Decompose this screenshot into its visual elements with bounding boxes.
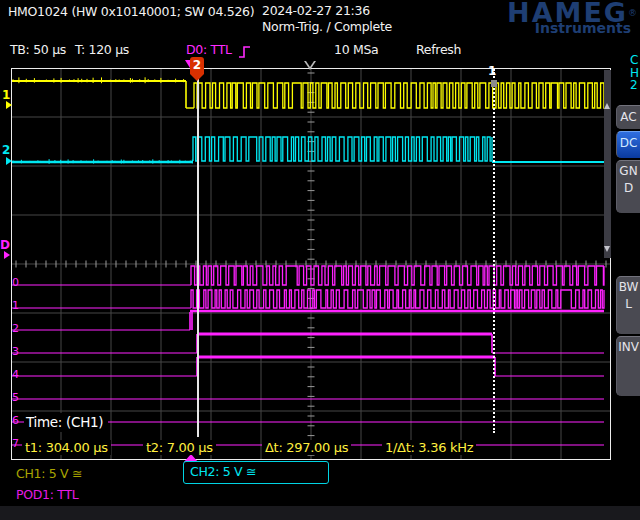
digital-label-d1: 1 — [12, 299, 19, 312]
pod-position-marker[interactable]: D — [0, 238, 10, 252]
ch2-scale-box[interactable]: CH2: 5 V ≅ — [183, 461, 329, 484]
measurement-t2: t2: 7.00 µs — [143, 440, 216, 455]
ch2-marker-arrow-icon — [6, 157, 12, 165]
ch1-ground-marker[interactable]: 1 — [2, 88, 10, 102]
cursor1-label: 1 — [488, 64, 496, 78]
rising-edge-icon — [238, 45, 251, 59]
coupling-gnd-button[interactable]: GND — [616, 160, 640, 213]
digital-label-d0: 0 — [12, 276, 19, 289]
coupling-ac-button[interactable]: AC — [616, 105, 640, 129]
cursor2-handle[interactable]: 2 — [190, 57, 204, 74]
scroll-up-icon[interactable] — [604, 103, 610, 109]
scroll-down-icon[interactable] — [604, 246, 610, 252]
measurement-inv-dt: 1/Δt: 3.36 kHz — [382, 440, 476, 455]
ch2-marker-label: 2 — [2, 143, 10, 157]
digital-label-d7: 7 — [12, 437, 19, 450]
sidebar-channel-label: CH2 — [630, 54, 640, 92]
cursor2-line[interactable] — [197, 69, 199, 437]
pod-marker-arrow-icon — [4, 251, 10, 259]
ch2-scale-readout: CH2: 5 V ≅ — [190, 464, 256, 479]
cursor1-handle[interactable] — [491, 80, 497, 87]
bandwidth-limit-button[interactable]: BWL — [616, 276, 640, 334]
cursor1-line[interactable] — [493, 69, 495, 433]
pod-marker-label: D — [0, 238, 10, 252]
timebase-center-marker — [304, 61, 316, 70]
ch1-marker-label: 1 — [2, 88, 10, 102]
invert-button[interactable]: INV — [616, 336, 640, 396]
digital-label-d3: 3 — [12, 345, 19, 358]
measurement-dt: Δt: 297.00 µs — [262, 440, 351, 455]
digital-label-d4: 4 — [12, 368, 19, 381]
measurement-t1: t1: 304.00 µs — [22, 440, 111, 455]
digital-label-d2: 2 — [12, 322, 19, 335]
measurement-title: Time: (CH1) — [24, 413, 108, 432]
oscilloscope-screen: HMO1024 (HW 0x10140001; SW 04.526) 2024-… — [0, 0, 640, 520]
digital-label-d6: 6 — [12, 414, 19, 427]
coupling-dc-button[interactable]: DC — [616, 131, 640, 158]
ch1-marker-arrow-icon — [6, 101, 12, 109]
digital-label-d5: 5 — [12, 391, 19, 404]
vertical-scroll-indicator[interactable] — [604, 70, 611, 258]
ch2-ground-marker[interactable]: 2 — [2, 143, 10, 157]
